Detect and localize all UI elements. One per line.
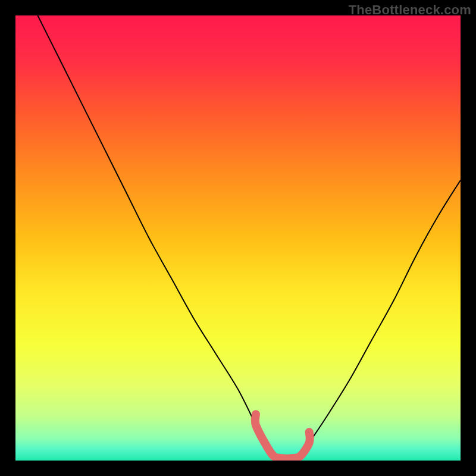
plot-area [15,15,461,461]
chart-canvas: TheBottleneck.com [0,0,476,476]
bottleneck-chart [15,15,461,461]
heat-gradient-background [15,15,461,461]
watermark-text: TheBottleneck.com [349,2,471,18]
